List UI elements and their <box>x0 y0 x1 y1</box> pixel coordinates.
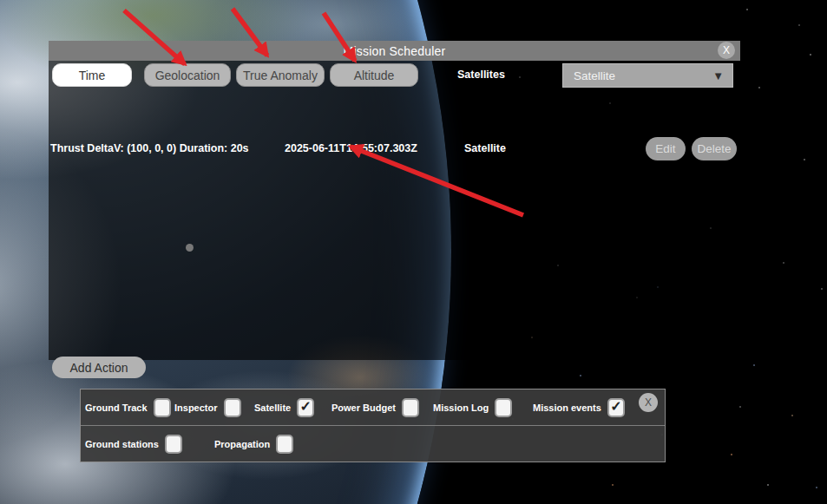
action-satellite: Satellite <box>464 137 506 160</box>
toggle-satellite: Satellite ✓ <box>254 389 314 425</box>
toggle-propagation: Propagation ✓ <box>214 426 293 462</box>
toggle-label: Ground Track <box>85 403 148 413</box>
chevron-down-icon: ▼ <box>712 69 724 82</box>
layers-panel: Ground Track ✓ Inspector ✓ Satellite ✓ P… <box>80 389 666 462</box>
close-icon[interactable]: X <box>718 42 735 59</box>
add-action-button[interactable]: Add Action <box>52 357 146 378</box>
action-row: Thrust DeltaV: (100, 0, 0) Duration: 20s… <box>49 137 740 160</box>
toggle-mission-log: Mission Log ✓ <box>433 389 512 425</box>
ground-stations-checkbox[interactable]: ✓ <box>165 435 182 454</box>
satellite-marker <box>186 244 194 252</box>
toggle-label: Propagation <box>214 439 270 449</box>
window-content: Time Geolocation True Anomaly Altitude S… <box>49 61 740 360</box>
checkmark-icon: ✓ <box>610 400 621 414</box>
propagation-checkbox[interactable]: ✓ <box>276 435 293 454</box>
tab-true-anomaly[interactable]: True Anomaly <box>236 63 325 87</box>
checkmark-icon: ✓ <box>299 400 311 414</box>
toggle-label: Ground stations <box>85 439 159 449</box>
window-titlebar[interactable]: Mission Scheduler X <box>49 41 740 61</box>
edit-button[interactable]: Edit <box>646 137 686 160</box>
action-timestamp: 2025-06-11T14:55:07.303Z <box>285 137 417 160</box>
toggle-label: Inspector <box>174 403 218 413</box>
delete-button[interactable]: Delete <box>692 137 737 160</box>
toggle-label: Power Budget <box>331 403 396 413</box>
tab-altitude[interactable]: Altitude <box>330 63 418 87</box>
toggle-inspector: Inspector ✓ <box>174 389 241 425</box>
close-icon[interactable]: X <box>639 393 658 412</box>
toggle-mission-events: Mission events ✓ <box>533 389 625 425</box>
toggle-power-budget: Power Budget ✓ <box>331 389 419 425</box>
mission-scheduler-window: Mission Scheduler X Time Geolocation Tru… <box>49 41 740 360</box>
layers-panel-row-2: Ground stations ✓ Propagation ✓ <box>81 425 665 462</box>
layers-panel-row-1: Ground Track ✓ Inspector ✓ Satellite ✓ P… <box>81 389 665 425</box>
tab-time[interactable]: Time <box>52 63 132 87</box>
toggle-label: Satellite <box>254 403 291 413</box>
power-budget-checkbox[interactable]: ✓ <box>402 398 419 417</box>
tab-geolocation[interactable]: Geolocation <box>144 63 231 87</box>
satellites-label: Satellites <box>457 63 505 87</box>
inspector-checkbox[interactable]: ✓ <box>224 398 241 417</box>
satellite-dropdown-value: Satellite <box>574 69 712 82</box>
toggle-label: Mission Log <box>433 403 489 413</box>
toggle-ground-stations: Ground stations ✓ <box>85 426 182 462</box>
mission-events-checkbox[interactable]: ✓ <box>607 398 625 417</box>
satellite-checkbox[interactable]: ✓ <box>297 398 314 417</box>
action-description: Thrust DeltaV: (100, 0, 0) Duration: 20s <box>50 137 249 160</box>
scene: Mission Scheduler X Time Geolocation Tru… <box>0 0 827 504</box>
toggle-ground-track: Ground Track ✓ <box>85 389 171 425</box>
toggle-label: Mission events <box>533 403 601 413</box>
window-title: Mission Scheduler <box>344 44 446 58</box>
ground-track-checkbox[interactable]: ✓ <box>154 398 171 417</box>
mission-log-checkbox[interactable]: ✓ <box>495 398 512 417</box>
satellite-dropdown[interactable]: Satellite ▼ <box>562 63 733 88</box>
